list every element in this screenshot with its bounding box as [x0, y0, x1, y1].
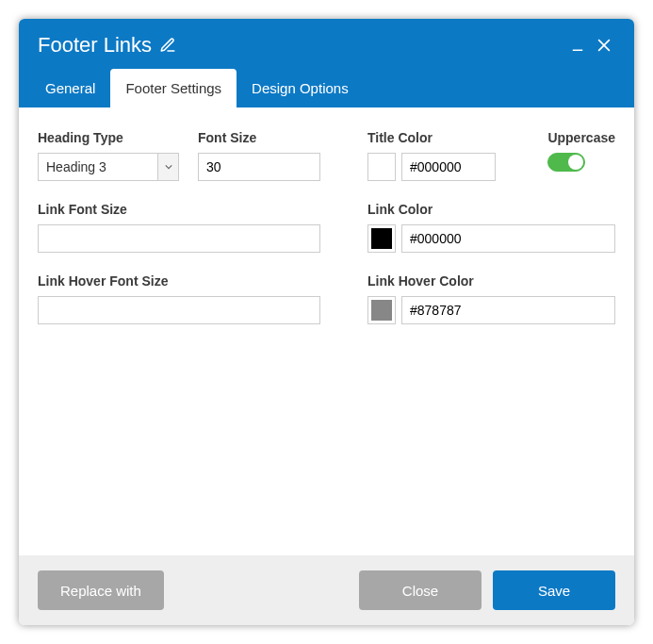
link-hover-color-label: Link Hover Color: [367, 273, 615, 289]
close-button[interactable]: Close: [359, 570, 482, 610]
uppercase-label: Uppercase: [547, 130, 615, 145]
title-color-label: Title Color: [367, 130, 519, 145]
font-size-label: Font Size: [198, 130, 320, 145]
right-column: Title Color Uppercase Link C: [367, 130, 615, 537]
dialog-footer: Replace with Close Save: [19, 555, 634, 625]
link-hover-font-size-input[interactable]: [38, 296, 320, 324]
tab-general[interactable]: General: [30, 69, 110, 107]
uppercase-toggle[interactable]: [547, 153, 585, 172]
title-color-swatch-inner: [371, 157, 392, 177]
field-link-color: Link Color: [367, 202, 615, 253]
dialog-title: Footer Links: [38, 33, 152, 58]
edit-icon[interactable]: [159, 37, 176, 54]
heading-type-label: Heading Type: [38, 130, 179, 145]
dialog-header: Footer Links General Footer Settings Des…: [19, 19, 634, 107]
link-color-label: Link Color: [367, 202, 615, 217]
field-link-font-size: Link Font Size: [38, 202, 349, 253]
minimize-button[interactable]: [564, 32, 591, 58]
toggle-knob: [568, 155, 583, 170]
close-window-button[interactable]: [591, 32, 617, 58]
title-color-swatch[interactable]: [367, 153, 396, 181]
link-hover-color-swatch[interactable]: [367, 296, 396, 324]
save-button[interactable]: Save: [493, 570, 615, 610]
link-color-swatch-inner: [371, 228, 392, 249]
titlebar: Footer Links: [19, 19, 634, 66]
link-hover-color-swatch-inner: [371, 300, 392, 321]
left-column: Heading Type Heading 3 Font Size Link Fo…: [38, 130, 349, 537]
link-hover-font-size-label: Link Hover Font Size: [38, 273, 349, 289]
field-link-hover-color: Link Hover Color: [367, 273, 615, 324]
title-color-input[interactable]: [401, 153, 496, 181]
heading-type-value: Heading 3: [39, 154, 157, 180]
link-color-swatch[interactable]: [367, 224, 396, 253]
field-font-size: Font Size: [198, 130, 320, 181]
link-color-input[interactable]: [401, 224, 615, 253]
font-size-input[interactable]: [198, 153, 320, 181]
chevron-down-icon: [157, 154, 178, 180]
dialog: Footer Links General Footer Settings Des…: [19, 19, 634, 625]
field-title-color: Title Color: [367, 130, 519, 181]
tab-footer-settings[interactable]: Footer Settings: [110, 69, 237, 107]
field-uppercase: Uppercase: [547, 130, 615, 181]
field-heading-type: Heading Type Heading 3: [38, 130, 179, 181]
replace-with-button[interactable]: Replace with: [38, 570, 164, 610]
link-font-size-label: Link Font Size: [38, 202, 349, 217]
field-link-hover-font-size: Link Hover Font Size: [38, 273, 349, 324]
content: Heading Type Heading 3 Font Size Link Fo…: [19, 107, 634, 555]
heading-type-select[interactable]: Heading 3: [38, 153, 179, 181]
link-hover-color-input[interactable]: [401, 296, 615, 324]
tabs: General Footer Settings Design Options: [19, 66, 634, 107]
link-font-size-input[interactable]: [38, 224, 320, 253]
tab-design-options[interactable]: Design Options: [237, 69, 364, 107]
